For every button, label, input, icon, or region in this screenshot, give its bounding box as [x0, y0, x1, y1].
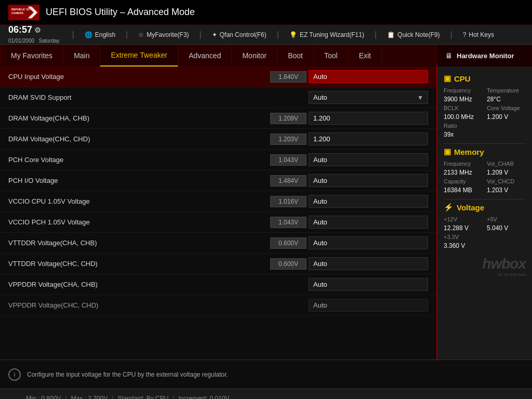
voltage-icon: ⚡: [444, 203, 454, 212]
setting-value-field[interactable]: Auto: [309, 299, 428, 312]
myfav-button[interactable]: ☆ MyFavorite(F3): [138, 31, 189, 38]
setting-value-field[interactable]: Auto: [309, 236, 428, 249]
sep2: |: [126, 30, 128, 39]
mem-divider: [444, 199, 526, 200]
setting-label: PCH Core Voltage: [8, 156, 270, 164]
nav-tool[interactable]: Tool: [314, 45, 349, 66]
setting-label: VCCIO CPU 1.05V Voltage: [8, 197, 270, 205]
setting-value-text: Auto: [313, 239, 327, 247]
nav-main[interactable]: Main: [63, 45, 100, 66]
dropdown-arrow-icon: ▼: [417, 94, 423, 101]
setting-value-field[interactable]: 1.200: [309, 132, 428, 145]
nav-advanced[interactable]: Advanced: [178, 45, 232, 66]
setting-value-field[interactable]: 1.200: [309, 112, 428, 125]
nav-monitor[interactable]: Monitor: [232, 45, 277, 66]
setting-value-field[interactable]: Auto: [309, 70, 428, 83]
nav-label-my-favorites: My Favorites: [11, 51, 52, 60]
sep5: |: [375, 30, 377, 39]
setting-row[interactable]: VPPDDR Voltage(CHC, CHD)Auto: [0, 295, 436, 316]
setting-value-field[interactable]: Auto: [309, 278, 428, 291]
ez-tuning-button[interactable]: 💡 EZ Tuning Wizard(F11): [289, 31, 364, 38]
mem-volchab-label: Vol_CHAB: [487, 161, 526, 167]
setting-label: DRAM Voltage(CHA, CHB): [8, 114, 270, 122]
setting-row[interactable]: DRAM SVID SupportAuto ▼: [0, 87, 436, 108]
setting-row[interactable]: VCCIO CPU 1.05V Voltage1.016VAuto: [0, 191, 436, 212]
setting-row[interactable]: VTTDDR Voltage(CHA, CHB)0.600VAuto: [0, 233, 436, 254]
footer-specs-bar: Min.: 0.800V | Max.: 2.700V | Standard: …: [0, 389, 532, 399]
setting-value-field[interactable]: Auto ▼: [309, 91, 428, 104]
nav-exit[interactable]: Exit: [349, 45, 382, 66]
qfan-button[interactable]: ✦ Qfan Control(F6): [212, 31, 267, 38]
sep4: |: [277, 30, 279, 39]
cpu-bclk-label: BCLK: [444, 105, 483, 111]
nav-boot[interactable]: Boot: [277, 45, 314, 66]
info-text: Configure the input voltage for the CPU …: [27, 371, 228, 378]
nav-label-advanced: Advanced: [189, 51, 221, 60]
date-display: 01/01/2000 Saturday: [8, 35, 60, 45]
mem-freq-label: Frequency: [444, 161, 483, 167]
info-icon: i: [8, 368, 21, 381]
setting-value-field[interactable]: Auto: [309, 153, 428, 166]
voltage-section-title: ⚡ Voltage: [444, 203, 526, 212]
cpu-temp-value: 28°C: [487, 96, 526, 103]
v33-value: 3.360 V: [444, 242, 483, 249]
setting-value-text: Auto: [313, 156, 327, 164]
header: REPUBLIC OF GAMERS UEFI BIOS Utility – A…: [0, 0, 532, 25]
settings-panel: CPU Input Voltage1.840VAutoDRAM SVID Sup…: [0, 66, 436, 360]
nav-extreme-tweaker[interactable]: Extreme Tweaker: [100, 45, 178, 66]
setting-value-text: 1.200: [313, 114, 330, 122]
hotkeys-button[interactable]: ? Hot Keys: [463, 31, 494, 38]
setting-value-text: Auto: [313, 281, 327, 288]
setting-value-text: 1.200: [313, 135, 330, 143]
datetime-display: 06:57 ⚙ 01/01/2000 Saturday: [8, 24, 60, 45]
hw-monitor-panel: ▣ CPU Frequency Temperature 3900 MHz 28°…: [436, 66, 532, 360]
mem-cap-label: Capacity: [444, 178, 483, 184]
setting-value-field[interactable]: Auto: [309, 195, 428, 208]
setting-value-text: Auto: [313, 94, 327, 101]
time-display: 06:57 ⚙: [8, 24, 60, 35]
setting-value-text: Auto: [313, 301, 327, 309]
setting-value-field[interactable]: Auto: [309, 174, 428, 187]
cpu-corevolt-value: 1.200 V: [487, 113, 526, 121]
gear-icon[interactable]: ⚙: [34, 26, 41, 34]
ez-label: EZ Tuning Wizard(F11): [300, 31, 364, 38]
setting-row[interactable]: PCH I/O Voltage1.484VAuto: [0, 170, 436, 191]
sep1: |: [72, 30, 74, 39]
setting-row[interactable]: VCCIO PCH 1.05V Voltage1.043VAuto: [0, 212, 436, 233]
setting-current-value: 1.840V: [270, 71, 307, 83]
rog-logo-area: REPUBLIC OF GAMERS: [8, 3, 39, 22]
nav-label-tool: Tool: [324, 51, 338, 60]
setting-value-text: Auto: [313, 260, 327, 268]
setting-row[interactable]: DRAM Voltage(CHC, CHD)1.203V1.200: [0, 129, 436, 150]
globe-icon: 🌐: [85, 31, 92, 38]
setting-value-field[interactable]: Auto: [309, 257, 428, 270]
setting-value-text: Auto: [313, 197, 327, 205]
hotkeys-label: Hot Keys: [469, 31, 494, 38]
setting-row[interactable]: DRAM Voltage(CHA, CHB)1.209V1.200: [0, 108, 436, 129]
setting-label: VCCIO PCH 1.05V Voltage: [8, 218, 270, 226]
mem-volchcd-value: 1.203 V: [487, 187, 526, 194]
content-area: CPU Input Voltage1.840VAutoDRAM SVID Sup…: [0, 66, 532, 360]
qfan-label: Qfan Control(F6): [220, 31, 267, 38]
standard-spec: Standard: By CPU: [117, 395, 168, 400]
setting-row[interactable]: PCH Core Voltage1.043VAuto: [0, 150, 436, 170]
nav-my-favorites[interactable]: My Favorites: [0, 45, 63, 66]
quicknote-button[interactable]: 📋 Quick Note(F9): [387, 31, 440, 38]
setting-value-field[interactable]: Auto: [309, 216, 428, 229]
v5-value: 5.040 V: [487, 224, 526, 232]
language-selector[interactable]: 🌐 English: [85, 31, 115, 38]
setting-row[interactable]: CPU Input Voltage1.840VAuto: [0, 66, 436, 87]
setting-value-text: Auto: [313, 218, 327, 226]
nav-hw-monitor: 🖥 Hardware Monitor: [436, 45, 532, 66]
spec-sep1: |: [65, 395, 66, 400]
cpu-ratio-value: 39x: [444, 131, 483, 138]
setting-row[interactable]: VTTDDR Voltage(CHC, CHD)0.600VAuto: [0, 254, 436, 274]
mem-freq-value: 2133 MHz: [444, 169, 483, 176]
cpu-ratio-empty: [487, 123, 526, 129]
hwbox-tagline: o/c on first boot: [444, 272, 526, 277]
setting-current-value: 0.600V: [270, 237, 307, 249]
time-value: 06:57: [8, 24, 32, 35]
memory-section-title: ▣ Memory: [444, 147, 526, 156]
setting-current-value: 1.043V: [270, 217, 307, 228]
setting-row[interactable]: VPPDDR Voltage(CHA, CHB)Auto: [0, 274, 436, 295]
